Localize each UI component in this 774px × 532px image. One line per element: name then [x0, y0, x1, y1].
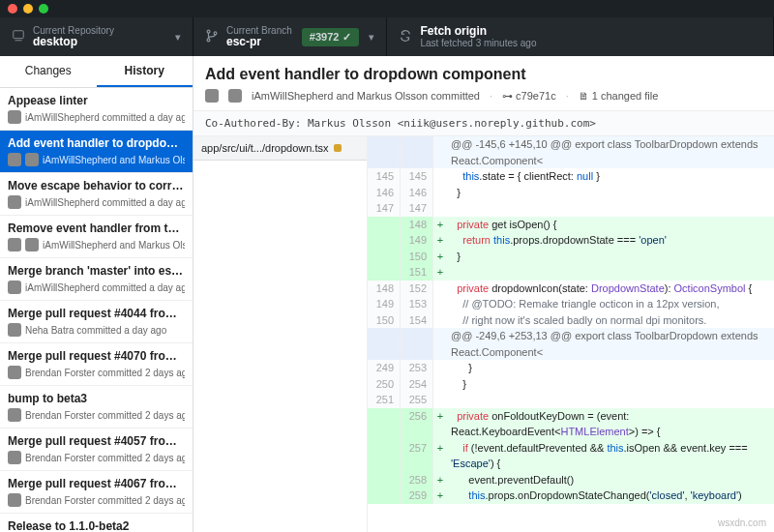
branch-value: esc-pr: [226, 36, 292, 48]
commit-item-title: Merge pull request #4044 from des...: [8, 307, 185, 320]
avatar: [8, 493, 21, 507]
commit-item-title: Add event handler to dropdown com...: [8, 136, 185, 150]
commit-item[interactable]: Merge branch 'master' into esc-priAmWill…: [0, 258, 193, 301]
commit-item[interactable]: Merge pull request #4044 from des...Neha…: [0, 301, 193, 343]
repo-value: desktop: [33, 36, 114, 48]
diff-line: @@ -145,6 +145,10 @@ export class Toolba…: [368, 136, 774, 168]
coauthor-line: Co-Authored-By: Markus Olsson <niik@user…: [194, 111, 774, 136]
avatar: [205, 89, 219, 103]
commit-item-title: Remove event handler from the bran...: [8, 222, 185, 235]
branch-icon: [205, 29, 219, 44]
commit-item-meta: iAmWillShepherd committed a day ago: [8, 281, 185, 294]
diff-line: 151+: [368, 264, 774, 281]
commit-item[interactable]: Merge pull request #4070 from desk...Bre…: [0, 343, 193, 386]
diff-line: 258+ event.preventDefault(): [368, 472, 774, 488]
svg-rect-0: [14, 31, 24, 39]
commit-item-meta: Brendan Forster committed 2 days ago: [8, 366, 185, 379]
watermark: wsxdn.com: [718, 517, 766, 528]
commit-sha: ⊶ c79e71c: [502, 90, 556, 103]
max-dot[interactable]: [39, 4, 48, 14]
avatar: [8, 323, 21, 337]
commit-item-title: Move escape behavior to correct co...: [8, 179, 185, 192]
commit-item[interactable]: Merge pull request #4067 from desk...Bre…: [0, 471, 193, 514]
avatar: [8, 366, 21, 379]
repo-icon: [12, 29, 25, 44]
diff-view[interactable]: @@ -145,6 +145,10 @@ export class Toolba…: [368, 136, 774, 532]
commit-item-title: Merge pull request #4057 from desk...: [8, 434, 185, 448]
chevron-down-icon: ▾: [175, 31, 181, 44]
diff-line: 259+ this.props.onDropdownStateChanged('…: [368, 488, 774, 504]
svg-rect-1: [15, 40, 22, 41]
check-icon: ✓: [342, 31, 351, 44]
diff-line: 150154 // right now it's scaled badly on…: [368, 312, 774, 329]
diff-line: 150+ }: [368, 249, 774, 265]
commit-item-meta: iAmWillShepherd committed a day ago: [8, 195, 185, 209]
tab-changes[interactable]: Changes: [0, 56, 97, 87]
commit-item[interactable]: bump to beta3Brendan Forster committed 2…: [0, 386, 193, 429]
avatar: [8, 153, 21, 166]
avatar: [8, 110, 21, 124]
commit-item-title: bump to beta3: [8, 392, 185, 405]
commit-item[interactable]: Remove event handler from the bran...iAm…: [0, 216, 193, 258]
sync-icon: [399, 29, 412, 44]
window-titlebar: [0, 0, 774, 17]
diff-line: 149+ return this.props.dropdownState ===…: [368, 232, 774, 249]
changed-files-list: app/src/ui/t.../dropdown.tsx: [194, 136, 368, 532]
min-dot[interactable]: [23, 4, 33, 14]
pr-badge: #3972✓: [302, 28, 360, 46]
chevron-down-icon: ▾: [369, 31, 374, 44]
diff-line: 250254 }: [368, 376, 774, 393]
branch-selector[interactable]: Current Branchesc-pr #3972✓ ▾: [194, 17, 387, 56]
close-dot[interactable]: [8, 4, 17, 14]
commit-item-title: Merge pull request #4067 from desk...: [8, 477, 185, 490]
fetch-button[interactable]: Fetch originLast fetched 3 minutes ago: [387, 17, 774, 56]
avatar: [25, 153, 39, 166]
diff-line: 147147: [368, 200, 774, 217]
diff-line: 149153 // @TODO: Remake triangle octicon…: [368, 296, 774, 312]
commit-authors: iAmWillShepherd and Markus Olsson commit…: [252, 90, 480, 102]
commit-item-title: Appease linter: [8, 94, 185, 107]
modified-icon: [334, 144, 342, 152]
commit-item-meta: iAmWillShepherd and Markus Olsson...: [8, 238, 185, 251]
commit-item-title: Merge branch 'master' into esc-pr: [8, 264, 185, 278]
commit-item[interactable]: Add event handler to dropdown com...iAmW…: [0, 131, 193, 173]
svg-point-2: [207, 30, 210, 33]
commit-detail: Add event handler to dropdown component …: [194, 56, 774, 532]
avatar: [25, 238, 39, 251]
commit-item-title: Merge pull request #4070 from desk...: [8, 349, 185, 363]
fetch-label: Fetch origin: [420, 25, 536, 38]
commit-item-meta: iAmWillShepherd and Markus Olsson...: [8, 153, 185, 166]
fetch-sub: Last fetched 3 minutes ago: [420, 38, 536, 48]
commit-item[interactable]: Release to 1.1.0-beta2Neha Batra committ…: [0, 514, 193, 532]
avatar: [8, 281, 21, 294]
diff-line: @@ -249,6 +253,13 @@ export class Toolba…: [368, 328, 774, 360]
sidebar: Changes History Appease linteriAmWillShe…: [0, 56, 194, 532]
diff-line: 148152 private dropdownIcon(state: Dropd…: [368, 281, 774, 297]
file-item[interactable]: app/src/ui/t.../dropdown.tsx: [194, 136, 367, 161]
commit-item[interactable]: Appease linteriAmWillShepherd committed …: [0, 88, 193, 131]
diff-line: 146146 }: [368, 185, 774, 201]
commit-item[interactable]: Merge pull request #4057 from desk...Bre…: [0, 429, 193, 471]
avatar: [8, 408, 21, 422]
diff-line: 256+ private onFoldoutKeyDown = (event: …: [368, 408, 774, 440]
avatar: [8, 195, 21, 209]
avatar: [8, 451, 21, 464]
toolbar: Current Repositorydesktop ▾ Current Bran…: [0, 17, 774, 56]
commit-item-meta: Neha Batra committed a day ago: [8, 323, 185, 337]
commit-item-meta: Brendan Forster committed 2 days ago: [8, 451, 185, 464]
commit-item-meta: Brendan Forster committed 2 days ago: [8, 408, 185, 422]
svg-point-3: [207, 39, 210, 42]
repo-selector[interactable]: Current Repositorydesktop ▾: [0, 17, 194, 56]
tab-history[interactable]: History: [97, 56, 194, 87]
diff-line: 145145 this.state = { clientRect: null }: [368, 168, 774, 185]
diff-line: 249253 }: [368, 360, 774, 376]
commit-title: Add event handler to dropdown component: [205, 66, 762, 83]
commit-item-title: Release to 1.1.0-beta2: [8, 519, 185, 532]
commit-item[interactable]: Move escape behavior to correct co...iAm…: [0, 173, 193, 216]
commit-item-meta: iAmWillShepherd committed a day ago: [8, 110, 185, 124]
files-changed: 🗎 1 changed file: [579, 90, 659, 102]
diff-line: 257+ if (!event.defaultPrevented && this…: [368, 440, 774, 472]
svg-point-4: [214, 32, 217, 35]
diff-line: 251255: [368, 392, 774, 408]
commit-list[interactable]: Appease linteriAmWillShepherd committed …: [0, 88, 193, 532]
